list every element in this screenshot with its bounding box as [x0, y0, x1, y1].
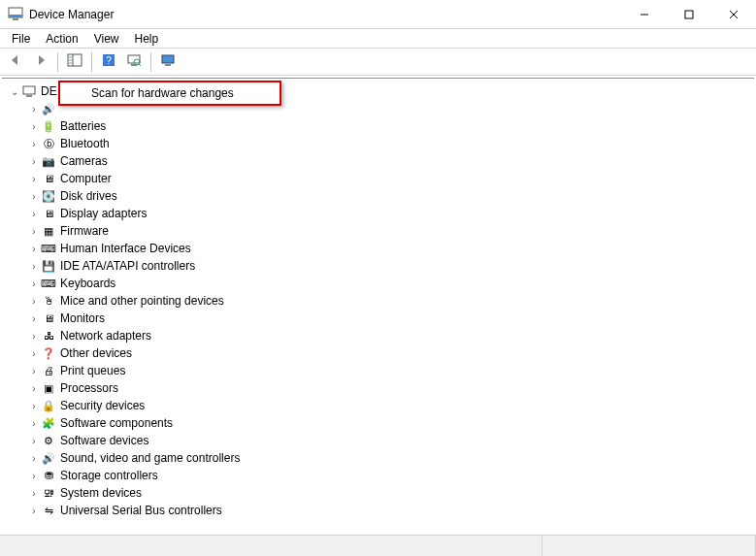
status-segment: [0, 536, 542, 556]
window-title: Device Manager: [29, 8, 622, 21]
tree-node[interactable]: ›🖥Computer: [6, 170, 750, 187]
chevron-right-icon: ›: [27, 436, 41, 446]
svg-rect-4: [685, 11, 693, 18]
usb-icon: ⇋: [41, 503, 56, 518]
menu-action[interactable]: Action: [38, 30, 85, 48]
tree-node[interactable]: ›⛃Storage controllers: [6, 467, 750, 484]
firmware-icon: ▦: [41, 223, 56, 239]
tree-node-label: IDE ATA/ATAPI controllers: [60, 259, 195, 273]
computer-icon: 🖥: [41, 171, 56, 186]
chevron-right-icon: ›: [27, 313, 41, 324]
computer-icon: [21, 83, 37, 99]
toolbar-separator: [91, 52, 92, 72]
chevron-right-icon: ›: [27, 104, 41, 114]
chevron-right-icon: ›: [27, 331, 41, 342]
svg-text:?: ?: [106, 55, 112, 66]
sound-icon: 🔊: [41, 450, 56, 466]
devices-button[interactable]: [156, 50, 180, 74]
toolbar: ?: [0, 49, 756, 76]
maximize-button[interactable]: [667, 0, 711, 29]
chevron-right-icon: ›: [27, 418, 41, 429]
help-icon: ?: [101, 52, 116, 71]
tree-node[interactable]: ›⚙Software devices: [6, 432, 750, 449]
tree-node[interactable]: ›🖳System devices: [6, 484, 750, 502]
chevron-right-icon: ›: [27, 278, 41, 289]
svg-rect-2: [13, 18, 18, 20]
tree-node[interactable]: ›🖧Network adapters: [6, 327, 750, 344]
help-button[interactable]: ?: [97, 50, 120, 74]
tree-node-label: Monitors: [60, 311, 105, 325]
svg-line-17: [139, 64, 141, 66]
app-icon: [8, 7, 23, 22]
tree-node[interactable]: ›🔊Sound, video and game controllers: [6, 449, 750, 467]
tree-node[interactable]: ›⌨Human Interface Devices: [6, 240, 750, 257]
tree-node-label: Other devices: [60, 346, 132, 360]
svg-rect-19: [165, 64, 171, 66]
system-icon: 🖳: [41, 485, 56, 501]
tree-node[interactable]: ›🖱Mice and other pointing devices: [6, 292, 750, 310]
toolbar-separator: [57, 52, 58, 72]
tree-node-label: Human Interface Devices: [60, 242, 191, 255]
chevron-right-icon: ›: [27, 488, 41, 499]
statusbar: [0, 535, 756, 556]
tree-node[interactable]: ›🔋Batteries: [6, 117, 750, 135]
tree-node[interactable]: ›🖥Display adapters: [6, 205, 750, 222]
tree-node[interactable]: ›🔒Security devices: [6, 397, 750, 414]
tree-node-label: Keyboards: [60, 277, 115, 290]
scan-hardware-button[interactable]: [122, 50, 146, 74]
tree-node-label: Cameras: [60, 154, 108, 168]
tree-node[interactable]: ›💽Disk drives: [6, 187, 750, 205]
network-icon: 🖧: [41, 328, 56, 343]
tree-node-label: Print queues: [60, 364, 125, 377]
forward-icon: [33, 52, 49, 71]
tree-node-label: Bluetooth: [60, 137, 110, 150]
tree-pane: ⌄ DE ›🔊›🔋Batteries›ⓑBluetooth›📷Cameras›🖥…: [2, 78, 754, 537]
titlebar: Device Manager: [0, 0, 756, 29]
tree-node[interactable]: ›🖥Monitors: [6, 310, 750, 327]
menu-view[interactable]: View: [86, 30, 127, 48]
tree-node-label: Sound, video and game controllers: [60, 451, 240, 465]
tree-node-label: Storage controllers: [60, 469, 158, 482]
chevron-right-icon: ›: [27, 296, 41, 307]
menu-scan-hardware-changes[interactable]: Scan for hardware changes: [60, 82, 279, 104]
chevron-right-icon: ›: [27, 471, 41, 481]
tree-node[interactable]: ›💾IDE ATA/ATAPI controllers: [6, 257, 750, 275]
tree-node[interactable]: ›⌨Keyboards: [6, 275, 750, 292]
tree-node-label: Firmware: [60, 224, 109, 238]
tree-node-label: Network adapters: [60, 329, 151, 343]
tree-node[interactable]: ›🧩Software components: [6, 414, 750, 432]
back-button[interactable]: [4, 50, 27, 74]
bluetooth-icon: ⓑ: [41, 136, 56, 151]
back-icon: [8, 52, 23, 71]
swcomp-icon: 🧩: [41, 415, 56, 431]
chevron-right-icon: ›: [27, 453, 41, 464]
tree-node[interactable]: ›📷Cameras: [6, 152, 750, 170]
tree-node[interactable]: ›⇋Universal Serial Bus controllers: [6, 502, 750, 519]
tree-node[interactable]: ›▣Processors: [6, 379, 750, 397]
menu-help[interactable]: Help: [127, 30, 167, 48]
menu-file[interactable]: File: [4, 30, 38, 48]
tree-node-label: System devices: [60, 486, 142, 500]
status-segment: [542, 536, 756, 556]
tree-node[interactable]: ›▦Firmware: [6, 222, 750, 240]
tree-node[interactable]: ›❓Other devices: [6, 344, 750, 362]
context-menu: Scan for hardware changes: [58, 81, 281, 106]
tree-node[interactable]: ›🖨Print queues: [6, 362, 750, 379]
svg-rect-1: [9, 15, 22, 17]
security-icon: 🔒: [41, 398, 56, 413]
chevron-right-icon: ›: [27, 121, 41, 132]
menubar: File Action View Help: [0, 29, 756, 49]
monitor-icon: [160, 52, 176, 71]
minimize-button[interactable]: [622, 0, 667, 29]
tree-node-label: Mice and other pointing devices: [60, 294, 224, 308]
forward-button[interactable]: [29, 50, 52, 74]
battery-icon: 🔋: [41, 118, 56, 134]
other-icon: ❓: [41, 345, 56, 361]
toolbar-separator: [150, 52, 151, 72]
keyboard-icon: ⌨: [41, 276, 56, 291]
chevron-right-icon: ›: [27, 348, 41, 359]
tree-node[interactable]: ›ⓑBluetooth: [6, 135, 750, 152]
camera-icon: 📷: [41, 153, 56, 169]
show-hide-tree-button[interactable]: [63, 50, 86, 74]
close-button[interactable]: [711, 0, 756, 29]
